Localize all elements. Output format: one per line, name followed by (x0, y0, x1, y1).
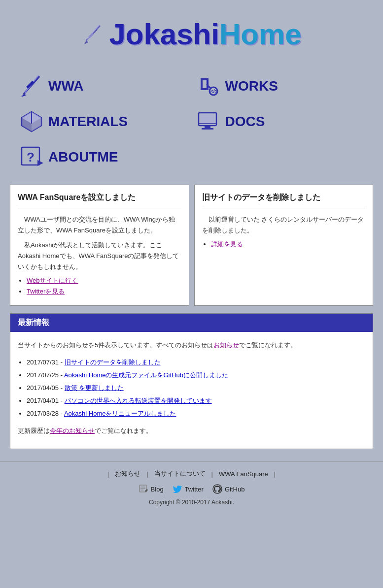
news-item-link-2[interactable]: Aokashi Homeの生成元ファイルをGitHubに公開しました (64, 371, 228, 379)
monitor-icon (197, 110, 220, 133)
logo-area: JokashiHome (0, 10, 383, 56)
footer-icons: Blog Twitter GitHub (0, 484, 383, 494)
box-icon (20, 110, 43, 133)
svg-marker-28 (37, 160, 43, 166)
logo-sword-icon (81, 23, 105, 46)
news-item-link-1[interactable]: 旧サイトのデータを削除しました (65, 359, 161, 366)
footer-twitter-link[interactable]: Twitter (173, 484, 204, 494)
pencil-icon (139, 484, 148, 494)
footer-nav: | お知らせ | 当サイトについて | WWA FanSquare | (0, 469, 383, 478)
news-item-link-4[interactable]: パソコンの世界へ入れる転送装置を開発しています (65, 397, 212, 404)
news-date-4: 2017/04/01 (27, 397, 59, 404)
news-card-links-wwa: Webサイトに行く Twitterを見る (27, 276, 181, 296)
news-date-3: 2017/04/05 (27, 384, 59, 392)
list-item: 2017/07/25 - Aokashi Homeの生成元ファイルをGitHub… (27, 369, 365, 382)
question-icon: ? (20, 145, 43, 169)
news-card-title-old: 旧サイトのデータを削除しました (202, 193, 366, 208)
svg-rect-23 (205, 126, 210, 128)
news-link-details[interactable]: 詳細を見る (211, 240, 243, 248)
footer-link-wwa-fansquare[interactable]: WWA FanSquare (217, 470, 270, 478)
news-card-para2-wwa: 私Aokashiが代表として活動していきます。ここAokashi Homeでも、… (18, 240, 181, 272)
news-card-title-wwa: WWA FanSquareを設立しました (18, 193, 181, 208)
news-link-twitter[interactable]: Twitterを見る (27, 288, 65, 295)
svg-rect-10 (201, 80, 203, 88)
octocat-icon (212, 484, 222, 494)
svg-rect-11 (201, 88, 209, 90)
footer-github-link[interactable]: GitHub (212, 484, 244, 494)
footer-link-news[interactable]: お知らせ (113, 469, 142, 478)
news-date-5: 2017/03/28 (27, 410, 59, 417)
latest-news-intro-link[interactable]: お知らせ (213, 341, 239, 349)
sword-icon (20, 74, 43, 98)
footer-link-about[interactable]: 当サイトについて (152, 469, 208, 478)
news-link-website[interactable]: Webサイトに行く (27, 277, 78, 284)
list-item: 2017/03/28 - Aokashi Homeをリニューアルしました (27, 407, 365, 420)
list-item: 2017/04/01 - パソコンの世界へ入れる転送装置を開発しています (27, 394, 365, 407)
latest-news-footer-link[interactable]: 今年のお知らせ (50, 427, 95, 434)
svg-rect-9 (201, 78, 209, 80)
news-item-link-3[interactable]: 散策 を更新しました (65, 384, 124, 392)
title-blue-part: Jokashi (109, 17, 219, 51)
nav-label-docs: DOCS (225, 114, 265, 130)
svg-line-3 (89, 33, 93, 37)
news-date-1: 2017/07/31 (27, 359, 59, 366)
news-date-2: 2017/07/25 (27, 371, 59, 379)
latest-news-intro: 当サイトからのお知らせを5件表示しています。すべてのお知らせはお知らせでご覧にな… (18, 339, 365, 351)
nav-item-aboutme[interactable]: ? ABOUTME (15, 139, 192, 175)
nav-item-materials[interactable]: MATERIALS (15, 104, 192, 139)
news-card-links-old: 詳細を見る (211, 240, 366, 249)
latest-news-list: 2017/07/31 - 旧サイトのデータを削除しました 2017/07/25 … (27, 356, 365, 420)
footer-twitter-label: Twitter (185, 486, 204, 493)
footer-github-label: GitHub (225, 486, 244, 493)
wrench-icon: </> (197, 74, 220, 98)
main-nav: WWA </> WORKS MATERIALS (0, 64, 383, 180)
svg-text:?: ? (27, 150, 35, 164)
latest-news-section: 最新情報 当サイトからのお知らせを5件表示しています。すべてのお知らせはお知らせ… (10, 313, 373, 449)
bird-icon (173, 484, 182, 494)
list-item: 2017/04/05 - 散策 を更新しました (27, 382, 365, 394)
latest-news-header: 最新情報 (10, 314, 373, 332)
nav-item-docs[interactable]: DOCS (192, 104, 369, 139)
news-cards-row: WWA FanSquareを設立しました WWAユーザ間との交流を目的に、WWA… (10, 185, 373, 306)
news-item-link-5[interactable]: Aokashi Homeをリニューアルしました (64, 410, 176, 417)
nav-item-wwa[interactable]: WWA (15, 68, 192, 104)
svg-text:</>: </> (210, 89, 218, 94)
footer-blog-label: Blog (151, 486, 164, 493)
nav-label-works: WORKS (225, 78, 278, 94)
site-title: JokashiHome (109, 17, 301, 51)
news-card-wwa-fansquare: WWA FanSquareを設立しました WWAユーザ間との交流を目的に、WWA… (10, 185, 189, 306)
nav-item-works[interactable]: </> WORKS (192, 68, 369, 104)
nav-label-wwa: WWA (48, 78, 84, 94)
svg-marker-2 (84, 40, 88, 44)
news-card-para1-wwa: WWAユーザ間との交流を目的に、WWA Wingから独立した形で、WWA Fan… (18, 214, 181, 236)
footer-blog-link[interactable]: Blog (139, 484, 164, 494)
list-item: 2017/07/31 - 旧サイトのデータを削除しました (27, 356, 365, 369)
title-cyan-part: Home (219, 17, 302, 51)
svg-rect-22 (201, 115, 214, 124)
latest-news-body: 当サイトからのお知らせを5件表示しています。すべてのお知らせはお知らせでご覧にな… (10, 332, 373, 449)
svg-marker-7 (21, 94, 27, 97)
nav-label-materials: MATERIALS (48, 114, 128, 130)
site-header: JokashiHome (0, 0, 383, 64)
footer-copyright: Copyright © 2010-2017 Aokashi. (0, 499, 383, 506)
svg-rect-24 (202, 128, 213, 130)
content-area: WWA FanSquareを設立しました WWAユーザ間との交流を目的に、WWA… (0, 180, 383, 461)
news-card-old-site: 旧サイトのデータを削除しました 以前運営していた さくらのレンタルサーバーのデー… (194, 185, 374, 306)
latest-news-footer: 更新履歴は今年のお知らせでご覧になれます。 (18, 425, 365, 436)
svg-marker-33 (145, 489, 148, 492)
news-card-para1-old: 以前運営していた さくらのレンタルサーバーのデータを削除しました。 (202, 214, 366, 236)
nav-label-aboutme: ABOUTME (48, 149, 118, 165)
site-footer: | お知らせ | 当サイトについて | WWA FanSquare | Blog… (0, 461, 383, 511)
